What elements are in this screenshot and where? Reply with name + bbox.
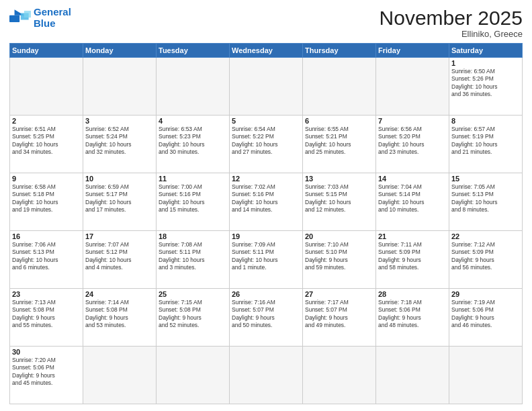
table-row	[449, 347, 523, 404]
day-number: 6	[305, 117, 373, 125]
col-saturday: Saturday	[449, 44, 523, 58]
calendar-week-row: 30Sunrise: 7:20 AM Sunset: 5:06 PM Dayli…	[10, 347, 523, 404]
col-sunday: Sunday	[10, 44, 83, 58]
day-number: 28	[378, 290, 447, 298]
table-row: 24Sunrise: 7:14 AM Sunset: 5:08 PM Dayli…	[83, 289, 157, 347]
month-title: November 2025	[380, 7, 523, 29]
table-row: 29Sunrise: 7:19 AM Sunset: 5:06 PM Dayli…	[449, 289, 523, 347]
calendar-header-row: Sunday Monday Tuesday Wednesday Thursday…	[10, 44, 523, 58]
day-number: 7	[378, 117, 447, 125]
day-info: Sunrise: 6:53 AM Sunset: 5:23 PM Dayligh…	[159, 126, 227, 156]
table-row: 8Sunrise: 6:57 AM Sunset: 5:19 PM Daylig…	[449, 116, 523, 173]
day-info: Sunrise: 7:17 AM Sunset: 5:07 PM Dayligh…	[305, 299, 373, 330]
day-number: 20	[305, 232, 373, 240]
day-info: Sunrise: 6:50 AM Sunset: 5:26 PM Dayligh…	[451, 68, 520, 99]
table-row: 9Sunrise: 6:58 AM Sunset: 5:18 PM Daylig…	[10, 173, 83, 231]
table-row: 16Sunrise: 7:06 AM Sunset: 5:13 PM Dayli…	[10, 231, 83, 289]
table-row: 19Sunrise: 7:09 AM Sunset: 5:11 PM Dayli…	[230, 231, 303, 289]
table-row	[376, 58, 449, 116]
table-row: 4Sunrise: 6:53 AM Sunset: 5:23 PM Daylig…	[157, 116, 230, 173]
table-row	[376, 347, 449, 404]
day-info: Sunrise: 7:19 AM Sunset: 5:06 PM Dayligh…	[451, 299, 520, 330]
day-number: 30	[12, 348, 81, 356]
day-info: Sunrise: 7:10 AM Sunset: 5:10 PM Dayligh…	[305, 241, 373, 272]
table-row: 2Sunrise: 6:51 AM Sunset: 5:25 PM Daylig…	[10, 116, 83, 173]
calendar-week-row: 2Sunrise: 6:51 AM Sunset: 5:25 PM Daylig…	[10, 116, 523, 173]
table-row: 27Sunrise: 7:17 AM Sunset: 5:07 PM Dayli…	[303, 289, 376, 347]
table-row	[303, 347, 376, 404]
col-monday: Monday	[83, 44, 157, 58]
logo-text: General Blue	[34, 7, 71, 29]
day-number: 10	[85, 175, 154, 183]
day-info: Sunrise: 7:00 AM Sunset: 5:16 PM Dayligh…	[159, 183, 227, 214]
day-info: Sunrise: 6:58 AM Sunset: 5:18 PM Dayligh…	[12, 183, 81, 214]
table-row: 12Sunrise: 7:02 AM Sunset: 5:16 PM Dayli…	[230, 173, 303, 231]
table-row: 1Sunrise: 6:50 AM Sunset: 5:26 PM Daylig…	[449, 58, 523, 116]
day-info: Sunrise: 7:11 AM Sunset: 5:09 PM Dayligh…	[378, 241, 447, 272]
location: Elliniko, Greece	[380, 29, 523, 39]
day-info: Sunrise: 7:06 AM Sunset: 5:13 PM Dayligh…	[12, 241, 81, 272]
day-info: Sunrise: 7:07 AM Sunset: 5:12 PM Dayligh…	[85, 241, 154, 272]
day-info: Sunrise: 7:02 AM Sunset: 5:16 PM Dayligh…	[232, 183, 300, 214]
calendar-table: Sunday Monday Tuesday Wednesday Thursday…	[9, 43, 523, 404]
table-row	[10, 58, 83, 116]
day-info: Sunrise: 6:57 AM Sunset: 5:19 PM Dayligh…	[451, 126, 520, 156]
day-number: 18	[159, 232, 227, 240]
day-info: Sunrise: 7:08 AM Sunset: 5:11 PM Dayligh…	[159, 241, 227, 272]
calendar-week-row: 9Sunrise: 6:58 AM Sunset: 5:18 PM Daylig…	[10, 173, 523, 231]
table-row	[230, 58, 303, 116]
calendar-week-row: 23Sunrise: 7:13 AM Sunset: 5:08 PM Dayli…	[10, 289, 523, 347]
table-row: 26Sunrise: 7:16 AM Sunset: 5:07 PM Dayli…	[230, 289, 303, 347]
day-info: Sunrise: 7:20 AM Sunset: 5:06 PM Dayligh…	[12, 357, 81, 387]
table-row: 13Sunrise: 7:03 AM Sunset: 5:15 PM Dayli…	[303, 173, 376, 231]
day-info: Sunrise: 7:14 AM Sunset: 5:08 PM Dayligh…	[85, 299, 154, 330]
col-thursday: Thursday	[303, 44, 376, 58]
table-row: 21Sunrise: 7:11 AM Sunset: 5:09 PM Dayli…	[376, 231, 449, 289]
day-number: 26	[232, 290, 300, 298]
svg-rect-0	[9, 15, 19, 21]
day-number: 27	[305, 290, 373, 298]
day-info: Sunrise: 7:12 AM Sunset: 5:09 PM Dayligh…	[451, 241, 520, 272]
table-row	[157, 347, 230, 404]
day-info: Sunrise: 7:13 AM Sunset: 5:08 PM Dayligh…	[12, 299, 81, 330]
table-row: 7Sunrise: 6:56 AM Sunset: 5:20 PM Daylig…	[376, 116, 449, 173]
day-number: 15	[451, 175, 520, 183]
calendar-week-row: 16Sunrise: 7:06 AM Sunset: 5:13 PM Dayli…	[10, 231, 523, 289]
table-row: 10Sunrise: 6:59 AM Sunset: 5:17 PM Dayli…	[83, 173, 157, 231]
day-number: 14	[378, 175, 447, 183]
logo-icon	[9, 9, 31, 27]
table-row: 14Sunrise: 7:04 AM Sunset: 5:14 PM Dayli…	[376, 173, 449, 231]
page: General Blue November 2025 Elliniko, Gre…	[0, 0, 532, 411]
col-tuesday: Tuesday	[157, 44, 230, 58]
day-number: 13	[305, 175, 373, 183]
day-number: 2	[12, 117, 81, 125]
col-friday: Friday	[376, 44, 449, 58]
day-number: 22	[451, 232, 520, 240]
day-number: 9	[12, 175, 81, 183]
day-number: 19	[232, 232, 300, 240]
table-row: 11Sunrise: 7:00 AM Sunset: 5:16 PM Dayli…	[157, 173, 230, 231]
calendar-week-row: 1Sunrise: 6:50 AM Sunset: 5:26 PM Daylig…	[10, 58, 523, 116]
table-row: 28Sunrise: 7:18 AM Sunset: 5:06 PM Dayli…	[376, 289, 449, 347]
day-info: Sunrise: 7:09 AM Sunset: 5:11 PM Dayligh…	[232, 241, 300, 272]
table-row: 3Sunrise: 6:52 AM Sunset: 5:24 PM Daylig…	[83, 116, 157, 173]
table-row	[230, 347, 303, 404]
day-number: 1	[451, 59, 520, 67]
day-info: Sunrise: 6:59 AM Sunset: 5:17 PM Dayligh…	[85, 183, 154, 214]
table-row: 5Sunrise: 6:54 AM Sunset: 5:22 PM Daylig…	[230, 116, 303, 173]
day-info: Sunrise: 7:03 AM Sunset: 5:15 PM Dayligh…	[305, 183, 373, 214]
day-info: Sunrise: 6:51 AM Sunset: 5:25 PM Dayligh…	[12, 126, 81, 156]
day-number: 16	[12, 232, 81, 240]
day-info: Sunrise: 7:18 AM Sunset: 5:06 PM Dayligh…	[378, 299, 447, 330]
day-number: 17	[85, 232, 154, 240]
day-number: 5	[232, 117, 300, 125]
day-info: Sunrise: 6:55 AM Sunset: 5:21 PM Dayligh…	[305, 126, 373, 156]
day-info: Sunrise: 6:56 AM Sunset: 5:20 PM Dayligh…	[378, 126, 447, 156]
day-info: Sunrise: 6:54 AM Sunset: 5:22 PM Dayligh…	[232, 126, 300, 156]
table-row: 18Sunrise: 7:08 AM Sunset: 5:11 PM Dayli…	[157, 231, 230, 289]
day-number: 24	[85, 290, 154, 298]
table-row: 30Sunrise: 7:20 AM Sunset: 5:06 PM Dayli…	[10, 347, 83, 404]
day-number: 12	[232, 175, 300, 183]
day-info: Sunrise: 7:04 AM Sunset: 5:14 PM Dayligh…	[378, 183, 447, 214]
table-row: 25Sunrise: 7:15 AM Sunset: 5:08 PM Dayli…	[157, 289, 230, 347]
